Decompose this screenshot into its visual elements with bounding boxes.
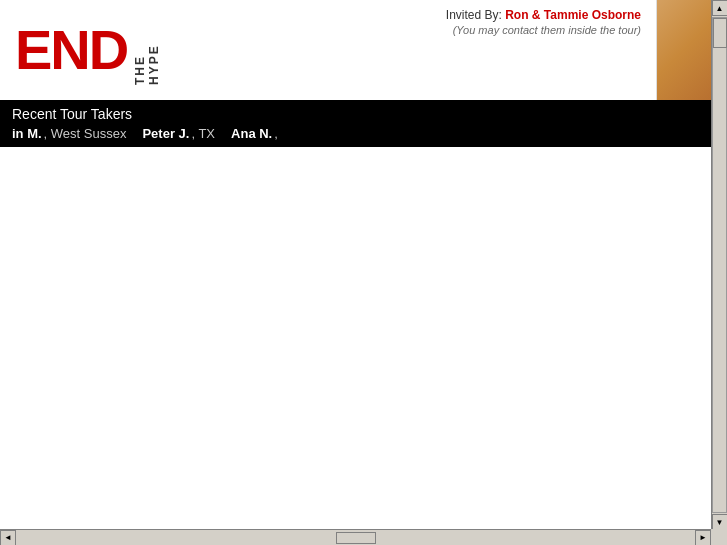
- scroll-left-button[interactable]: ◄: [0, 530, 16, 546]
- invited-by-name: Ron & Tammie Osborne: [505, 8, 641, 22]
- list-item: in M., West Sussex: [12, 126, 126, 141]
- tour-takers-list: in M., West Sussex Peter J., TX Ana N.,: [12, 126, 699, 141]
- header-thumbnail: [656, 0, 711, 100]
- logo-the-hype: THE HYPE: [133, 15, 161, 85]
- scroll-down-button[interactable]: ▼: [712, 514, 728, 530]
- scrollbar-right[interactable]: ▲ ▼: [711, 0, 727, 530]
- scroll-thumb-right[interactable]: [713, 18, 727, 48]
- scroll-thumb-bottom[interactable]: [336, 532, 376, 544]
- tour-takers-title: Recent Tour Takers: [12, 106, 699, 122]
- tour-taker-name: Ana N.: [231, 126, 272, 141]
- invited-by-label: Invited By:: [446, 8, 505, 22]
- list-item: Peter J., TX: [142, 126, 215, 141]
- scroll-track-bottom: [16, 530, 695, 545]
- list-item: Ana N.,: [231, 126, 278, 141]
- tour-taker-name: in M.: [12, 126, 42, 141]
- tour-taker-name: Peter J.: [142, 126, 189, 141]
- content-area: END THE HYPE Invited By: Ron & Tammie Os…: [0, 0, 711, 529]
- scrollbar-bottom[interactable]: ◄ ►: [0, 529, 711, 545]
- logo-section: END THE HYPE: [0, 0, 328, 100]
- scroll-corner: [711, 529, 727, 545]
- scroll-track-right: [712, 17, 727, 513]
- scroll-right-button[interactable]: ►: [695, 530, 711, 546]
- header-right: Invited By: Ron & Tammie Osborne (You ma…: [328, 0, 656, 100]
- invited-by-line: Invited By: Ron & Tammie Osborne: [446, 8, 641, 22]
- logo-end: END: [15, 22, 127, 78]
- tour-takers-section: Recent Tour Takers in M., West Sussex Pe…: [0, 100, 711, 147]
- invited-by-sub: (You may contact them inside the tour): [453, 24, 641, 36]
- tour-taker-location: , TX: [191, 126, 215, 141]
- header: END THE HYPE Invited By: Ron & Tammie Os…: [0, 0, 711, 100]
- scroll-up-button[interactable]: ▲: [712, 0, 728, 16]
- main-body: [0, 147, 711, 497]
- tour-taker-location: ,: [274, 126, 278, 141]
- tour-taker-location: , West Sussex: [44, 126, 127, 141]
